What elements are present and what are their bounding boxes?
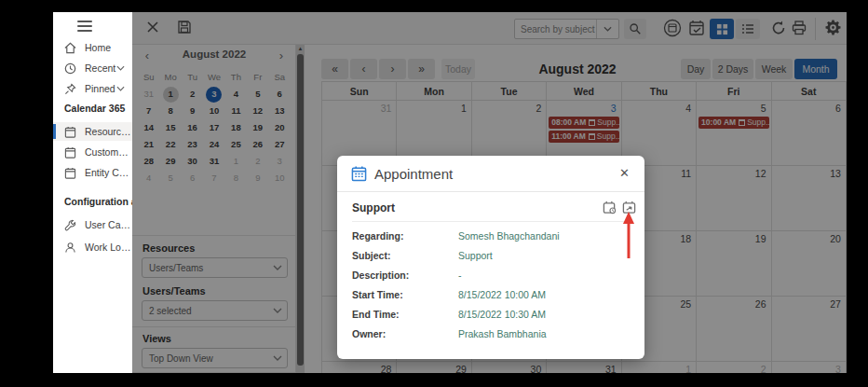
modal-field-row: Subject:Support [337,246,644,266]
field-value: Prakash Bambhania [458,328,547,339]
field-label: Regarding: [352,230,403,242]
field-label: Start Time: [352,289,403,300]
calendar-clock-icon[interactable] [603,200,617,215]
pin-icon [64,83,76,95]
field-value: 8/15/2022 10:30 AM [458,309,546,320]
calendar-icon [351,166,367,182]
calendar-icon [64,167,76,179]
sidebar-item-user-calendar-confi[interactable]: User Calendar Confi... [53,215,132,234]
sidebar-item-resource-calendar[interactable]: Resource Calendar [53,122,132,141]
field-label: Owner: [352,328,386,339]
sidebar-item-label: Resource Calendar [85,126,132,137]
appointment-subject: Support [352,201,395,214]
sidebar-item-label: User Calendar Confi... [85,219,132,230]
sidebar-section-configuration: Configuration and Report [64,196,132,207]
sidebar-item-label: Pinned [85,83,115,94]
sidebar-item-pinned[interactable]: Pinned [53,79,132,98]
nav-sidebar: HomeRecentPinned Calendar 365 Resource C… [53,12,132,373]
field-value: - [458,270,462,281]
field-value: Support [458,250,493,261]
calendar-icon [64,146,76,159]
home-icon [64,42,76,54]
chevron-down-icon [116,86,125,91]
sidebar-item-customer-calendar[interactable]: Customer Calendar [53,143,132,161]
modal-field-row: End Time:8/15/2022 10:30 AM [337,305,644,325]
field-value: Somesh Bhagchandani [458,230,560,242]
sidebar-item-work-load-report[interactable]: Work Load Report [53,238,132,256]
modal-field-row: Regarding:Somesh Bhagchandani [337,227,644,246]
screenshot-stage: HomeRecentPinned Calendar 365 Resource C… [0,0,868,387]
sidebar-section-calendar365: Calendar 365 [64,103,132,114]
hamburger-menu-icon[interactable] [77,21,92,32]
field-label: Subject: [352,250,390,261]
appointment-modal: Appointment ✕ Support Regarding:Somesh B… [337,156,644,359]
modal-header: Appointment ✕ [337,156,644,192]
sidebar-item-entity-calendar[interactable]: Entity Calendar [53,163,132,182]
sidebar-item-label: Work Load Report [85,242,132,253]
sidebar-item-label: Entity Calendar [85,167,132,178]
sidebar-item-label: Home [85,42,111,53]
wrench-icon [64,219,76,231]
close-icon[interactable]: ✕ [619,166,630,180]
clock-icon [64,62,76,75]
field-value: 8/15/2022 10:00 AM [458,289,546,300]
person-icon [64,242,76,254]
sidebar-item-recent[interactable]: Recent [53,59,132,77]
annotation-arrow-up [621,211,636,261]
modal-title: Appointment [374,166,453,182]
sidebar-item-home[interactable]: Home [53,38,132,57]
modal-field-row: Start Time:8/15/2022 10:00 AM [337,285,644,305]
sidebar-item-label: Customer Calendar [85,146,132,158]
modal-field-row: Description:- [337,266,644,285]
chevron-down-icon [116,65,125,71]
field-label: End Time: [352,309,400,320]
calendar-icon [64,126,76,138]
modal-field-row: Owner:Prakash Bambhania [337,325,644,344]
sidebar-item-label: Recent [85,62,115,74]
modal-divider [352,221,630,222]
field-label: Description: [352,270,409,281]
